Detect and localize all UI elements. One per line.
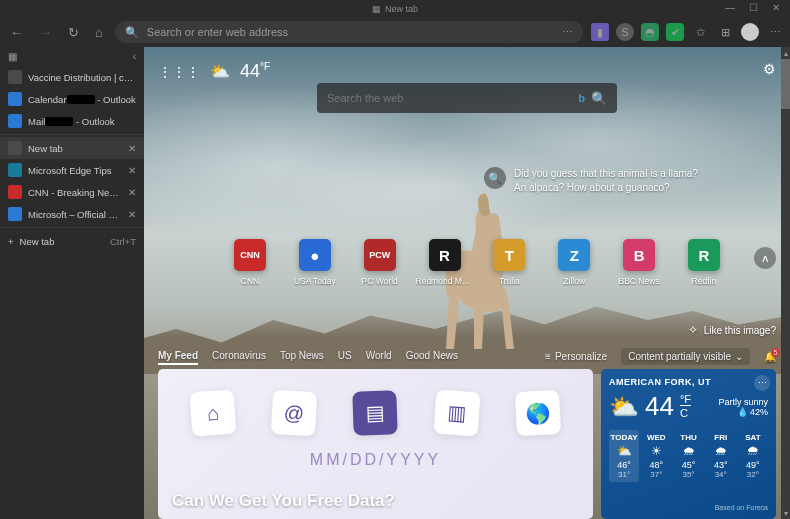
forward-button[interactable]: → (35, 23, 56, 42)
ntp-search-box[interactable]: b 🔍 (317, 83, 617, 113)
close-button[interactable]: ✕ (772, 2, 780, 13)
feed-card[interactable]: ⌂ @ ▤ ▥ 🌎 MM/DD/YYYY Can We Get You Free… (158, 369, 593, 519)
menu-button[interactable]: ⋯ (766, 23, 784, 41)
notifications-button[interactable]: 🔔5 (764, 351, 776, 362)
forecast-day[interactable]: SAT🌨49°32° (738, 430, 768, 482)
extension-icon[interactable]: S (616, 23, 634, 41)
search-icon[interactable]: 🔍 (591, 91, 607, 106)
quick-link-tile: T (493, 239, 525, 271)
collapse-sidebar-button[interactable]: ‹ (133, 51, 136, 62)
extension-icon[interactable]: ▮ (591, 23, 609, 41)
address-bar[interactable]: 🔍 Search or enter web address ⋯ (115, 21, 583, 43)
sliders-icon: ≡ (545, 351, 551, 362)
quick-links: CNNCNN●USA TodayPCWPC WorldRRedmond Ma..… (224, 239, 730, 286)
forecast-day[interactable]: THU🌧45°35° (673, 430, 703, 482)
sidebar-divider (0, 134, 144, 135)
sidebar-item[interactable]: Mail - Outlook (0, 110, 144, 132)
weather-icon: ☀ (641, 444, 671, 458)
page-scrollbar[interactable]: ▴ ▾ (781, 47, 790, 519)
forecast-day[interactable]: FRI🌧43°34° (706, 430, 736, 482)
maximize-button[interactable]: ☐ (749, 2, 758, 13)
sidebar-item[interactable]: Calendar - Outlook (0, 88, 144, 110)
favicon (8, 92, 22, 106)
weather-precipitation: 💧42% (697, 407, 768, 417)
weather-unit-toggle[interactable]: °FC (680, 393, 691, 419)
sidebar-item-label: Mail - Outlook (28, 116, 136, 127)
feed-tab[interactable]: Good News (406, 348, 458, 365)
chevron-down-icon: ⌄ (735, 351, 743, 362)
favicon (8, 163, 22, 177)
globe-icon: 🌎 (515, 390, 561, 436)
quick-link-label: CNN (241, 276, 259, 286)
search-input[interactable] (327, 92, 578, 104)
quick-link[interactable]: ●USA Today (289, 239, 341, 286)
like-image-button[interactable]: ✧ Like this image? (688, 323, 776, 337)
weather-source: Based on Foreca (609, 500, 768, 511)
home-button[interactable]: ⌂ (91, 23, 107, 42)
scroll-up-arrow[interactable]: ▴ (781, 47, 790, 59)
weather-card[interactable]: AMERICAN FORK, UT ⋯ ⛅ 44 °FC Partly sunn… (601, 369, 776, 519)
refresh-button[interactable]: ↻ (64, 23, 83, 42)
extension-icon[interactable]: ✔ (666, 23, 684, 41)
feed-tab[interactable]: Top News (280, 348, 324, 365)
quick-link[interactable]: ZZillow (548, 239, 600, 286)
image-trivia[interactable]: 🔍 Did you guess that this animal is a ll… (484, 167, 698, 195)
quick-link-tile: Z (558, 239, 590, 271)
feed-tab[interactable]: World (366, 348, 392, 365)
favicon (8, 207, 22, 221)
sidebar-tab[interactable]: CNN - Breaking News, Latest News✕ (0, 181, 144, 203)
search-icon: 🔍 (125, 26, 139, 39)
feed-tab[interactable]: Coronavirus (212, 348, 266, 365)
sidebar-tab[interactable]: Microsoft Edge Tips✕ (0, 159, 144, 181)
quick-link[interactable]: BBBC News (613, 239, 665, 286)
extension-icon[interactable]: ◓ (641, 23, 659, 41)
weather-icon: 🌧 (673, 444, 703, 458)
close-tab-button[interactable]: ✕ (128, 187, 136, 198)
page-settings-button[interactable]: ⚙ (763, 61, 776, 77)
forecast-day[interactable]: WED☀48°37° (641, 430, 671, 482)
quick-link[interactable]: TTrulia (483, 239, 535, 286)
favicon (8, 70, 22, 84)
app-launcher-button[interactable]: ⋮⋮⋮ (158, 64, 200, 80)
content-visibility-dropdown[interactable]: Content partially visible⌄ (621, 348, 750, 365)
wand-icon: ✧ (688, 323, 698, 337)
new-vertical-tab-button[interactable]: ▦ (8, 51, 17, 62)
header-weather[interactable]: 44°F (240, 61, 270, 82)
sidebar-tab[interactable]: New tab✕ (0, 137, 144, 159)
new-tab-button[interactable]: + New tab Ctrl+T (0, 230, 144, 253)
forecast-day[interactable]: TODAY⛅46°31° (609, 430, 639, 482)
scrollbar-thumb[interactable] (781, 59, 790, 109)
droplet-icon: 💧 (737, 407, 748, 417)
quick-link-tile: PCW (364, 239, 396, 271)
close-tab-button[interactable]: ✕ (128, 165, 136, 176)
quick-link-tile: ● (299, 239, 331, 271)
collections-button[interactable]: ⊞ (716, 23, 734, 41)
sidebar-item[interactable]: Vaccine Distribution | coronavirus (0, 66, 144, 88)
scroll-down-arrow[interactable]: ▾ (781, 507, 790, 519)
close-tab-button[interactable]: ✕ (128, 209, 136, 220)
personalize-button[interactable]: ≡Personalize (545, 351, 607, 362)
quick-link[interactable]: RRedfin (678, 239, 730, 286)
quick-link[interactable]: PCWPC World (354, 239, 406, 286)
reader-icon[interactable]: ⋯ (562, 26, 573, 39)
profile-button[interactable] (741, 23, 759, 41)
quick-link-label: USA Today (294, 276, 336, 286)
close-tab-button[interactable]: ✕ (128, 143, 136, 154)
vertical-tabs-sidebar: ▦ ‹ Vaccine Distribution | coronavirusCa… (0, 47, 144, 519)
weather-icon: ⛅ (210, 62, 230, 81)
weather-more-button[interactable]: ⋯ (754, 375, 770, 391)
document-icon: ▥ (433, 390, 480, 437)
sidebar-divider (0, 227, 144, 228)
feed-tab[interactable]: US (338, 348, 352, 365)
quick-link-label: Redfin (692, 276, 717, 286)
feed-card-icons: ⌂ @ ▤ ▥ 🌎 (172, 383, 579, 443)
back-button[interactable]: ← (6, 23, 27, 42)
minimize-button[interactable]: — (725, 2, 735, 13)
feed-tab[interactable]: My Feed (158, 348, 198, 365)
quick-link[interactable]: RRedmond Ma... (419, 239, 471, 286)
scroll-up-button[interactable]: ʌ (754, 247, 776, 269)
quick-link[interactable]: CNNCNN (224, 239, 276, 286)
sidebar-tab[interactable]: Microsoft – Official Home Page✕ (0, 203, 144, 225)
weather-icon: ⛅ (609, 444, 639, 458)
favorites-button[interactable]: ✩ (691, 23, 709, 41)
